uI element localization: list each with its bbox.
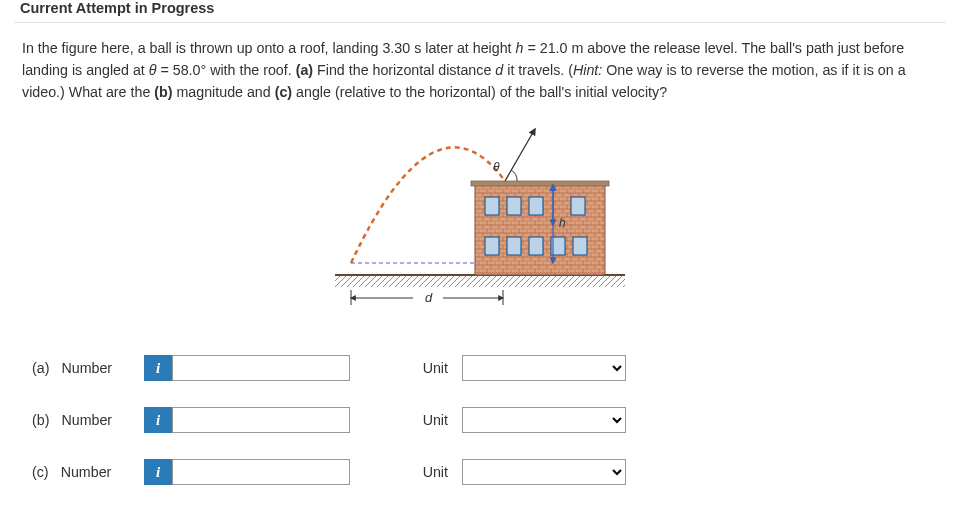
problem-text-3: = 58.0° with the roof. bbox=[157, 62, 296, 78]
divider bbox=[14, 22, 946, 23]
unit-label-a: Unit bbox=[380, 360, 462, 376]
part-a-bold: (a) bbox=[296, 62, 313, 78]
svg-rect-9 bbox=[571, 197, 585, 215]
figure-svg: θ h d bbox=[335, 125, 625, 315]
problem-figure: θ h d bbox=[0, 103, 960, 325]
unit-select-c[interactable] bbox=[462, 459, 626, 485]
svg-rect-10 bbox=[485, 237, 499, 255]
unit-select-b[interactable] bbox=[462, 407, 626, 433]
part-c-tag: (c) bbox=[32, 464, 49, 480]
part-b-tag: (b) bbox=[32, 412, 49, 428]
problem-text-6: magnitude and bbox=[172, 84, 274, 100]
theta-arc bbox=[511, 170, 517, 181]
svg-rect-11 bbox=[507, 237, 521, 255]
ground-hatch bbox=[335, 275, 625, 287]
info-icon[interactable]: i bbox=[144, 459, 172, 485]
number-input-a[interactable] bbox=[172, 355, 350, 381]
problem-text-5: it travels. ( bbox=[503, 62, 573, 78]
unit-label-c: Unit bbox=[380, 464, 462, 480]
answer-row-c: (c) Number i Unit bbox=[32, 459, 938, 485]
info-icon[interactable]: i bbox=[144, 355, 172, 381]
number-input-c[interactable] bbox=[172, 459, 350, 485]
svg-rect-12 bbox=[529, 237, 543, 255]
answer-row-b: (b) Number i Unit bbox=[32, 407, 938, 433]
hint-label: Hint: bbox=[573, 62, 602, 78]
unit-label-b: Unit bbox=[380, 412, 462, 428]
part-c-bold: (c) bbox=[275, 84, 292, 100]
svg-rect-14 bbox=[573, 237, 587, 255]
answer-section: (a) Number i Unit (b) Number i Unit (c) … bbox=[0, 325, 960, 521]
part-a-tag: (a) bbox=[32, 360, 49, 376]
part-b-label: Number bbox=[61, 412, 112, 428]
problem-text-1: In the figure here, a ball is thrown up … bbox=[22, 40, 516, 56]
h-label: h bbox=[559, 216, 566, 230]
tangent-line bbox=[505, 129, 535, 181]
part-b-bold: (b) bbox=[154, 84, 172, 100]
part-c-label: Number bbox=[61, 464, 112, 480]
d-label: d bbox=[425, 290, 433, 305]
svg-rect-7 bbox=[507, 197, 521, 215]
roof bbox=[471, 181, 609, 186]
theta-label: θ bbox=[493, 160, 500, 174]
problem-text-4: Find the horizontal distance bbox=[313, 62, 495, 78]
answer-row-a: (a) Number i Unit bbox=[32, 355, 938, 381]
var-theta: θ bbox=[149, 62, 157, 78]
problem-text-7: angle (relative to the horizontal) of th… bbox=[292, 84, 667, 100]
svg-rect-6 bbox=[485, 197, 499, 215]
unit-select-a[interactable] bbox=[462, 355, 626, 381]
page-title: Current Attempt in Progress bbox=[0, 0, 960, 22]
part-a-label: Number bbox=[61, 360, 112, 376]
svg-rect-8 bbox=[529, 197, 543, 215]
info-icon[interactable]: i bbox=[144, 407, 172, 433]
problem-statement: In the figure here, a ball is thrown up … bbox=[0, 37, 960, 103]
number-input-b[interactable] bbox=[172, 407, 350, 433]
